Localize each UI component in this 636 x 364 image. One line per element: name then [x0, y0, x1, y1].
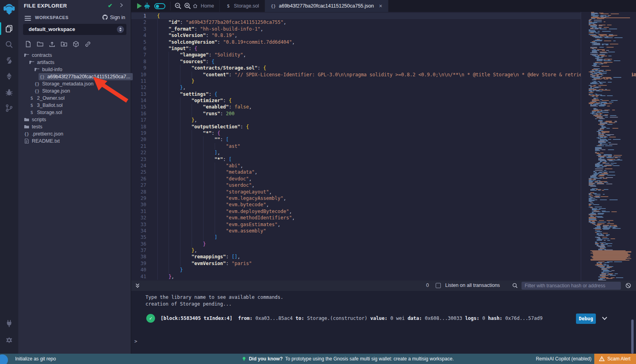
rail-plugin-manager-icon[interactable] — [0, 316, 18, 331]
tab-label: Storage.sol — [234, 3, 259, 9]
code-line-20: "": [ — [157, 136, 636, 143]
scam-alert-badge[interactable]: Scam Alert — [594, 354, 636, 364]
tree-item-tests[interactable]: tests — [18, 123, 131, 130]
json-file-icon: {} — [34, 81, 40, 87]
tree-item-build-info[interactable]: build-info — [18, 66, 131, 73]
folder-icon — [24, 124, 29, 130]
json-file-icon: {} — [24, 131, 29, 137]
github-icon — [102, 14, 108, 20]
status-bar: Initialize as git repo Did you know? To … — [0, 354, 636, 364]
ai-copilot-robot-icon[interactable] — [143, 2, 151, 10]
code-line-18: "outputSelection": { — [157, 124, 636, 130]
code-editor[interactable]: 1234567891011121314151617181920212223242… — [131, 12, 636, 281]
workspaces-label: WORKSPACES — [35, 15, 68, 20]
terminal-scrollbar-thumb[interactable] — [631, 319, 634, 354]
line-number-gutter: 1234567891011121314151617181920212223242… — [131, 13, 149, 280]
expand-transaction-chevron-icon[interactable] — [601, 315, 608, 322]
tree-item-artifacts[interactable]: artifacts — [18, 59, 131, 66]
transaction-filter-input[interactable] — [522, 282, 621, 290]
tree-item-contracts[interactable]: contracts — [18, 52, 131, 59]
tree-item--prettierrc-json[interactable]: {}.prettierrc.json — [18, 130, 131, 137]
code-line-11: } — [157, 78, 636, 84]
code-line-33: "evm.gasEstimates", — [157, 221, 636, 228]
rail-solidity-compiler-icon[interactable] — [0, 52, 18, 68]
tree-item-3-ballot-sol[interactable]: S3_Ballot.sol — [18, 102, 131, 109]
tree-item-storage-sol[interactable]: SStorage.sol — [18, 109, 131, 116]
code-line-9: "contracts/Storage.sol": { — [157, 65, 636, 71]
tree-item-label: contracts — [32, 52, 52, 59]
upload-file-icon[interactable] — [48, 41, 56, 48]
rail-git-icon[interactable] — [0, 100, 18, 116]
file-explorer-panel: FILE EXPLORER ✔ WORKSPACES Sign in defau… — [18, 0, 131, 354]
tab-label: Home — [201, 3, 214, 9]
rail-debugger-icon[interactable] — [0, 84, 18, 100]
tree-item-storage-metadata-json[interactable]: {}Storage_metadata.json — [18, 80, 131, 87]
code-line-21: "ast" — [157, 143, 636, 149]
code-line-24: "abi", — [157, 163, 636, 169]
zoom-out-icon[interactable] — [174, 2, 182, 10]
code-line-5: "solcLongVersion": "0.8.19+commit.7dd6d4… — [157, 39, 636, 45]
terminal-prompt[interactable]: > — [134, 339, 137, 344]
file-tree: contractsartifactsbuild-info{}a69b43f277… — [18, 52, 131, 145]
rail-deploy-run-icon[interactable] — [0, 68, 18, 84]
tree-item-label: Storage.json — [42, 87, 70, 95]
close-tab-icon[interactable]: × — [379, 3, 382, 9]
sign-in-button[interactable]: Sign in — [102, 14, 125, 20]
listen-all-transactions-label: Listen on all transactions — [445, 283, 500, 288]
link-icon[interactable] — [84, 41, 91, 48]
git-init-status[interactable]: Initialize as git repo — [15, 356, 56, 362]
tab-home[interactable]: Home — [187, 0, 220, 12]
remix-ide-window: FILE EXPLORER ✔ WORKSPACES Sign in defau… — [0, 0, 636, 364]
editor-tabstrip: HomeSStorage.sol{}a69b43f277ba20fcac1411… — [131, 0, 636, 12]
run-script-button[interactable] — [135, 2, 143, 10]
chevron-right-icon[interactable] — [118, 2, 124, 10]
rail-search-icon[interactable] — [0, 37, 18, 52]
code-line-30: "evm.bytecode", — [157, 201, 636, 208]
rail-settings-icon[interactable] — [0, 332, 18, 348]
remix-logo-icon[interactable] — [2, 2, 16, 16]
json-file-icon: {} — [39, 74, 45, 79]
json-file-icon: {} — [271, 3, 276, 9]
tree-item-scripts[interactable]: scripts — [18, 116, 131, 123]
tree-item-a69b43f277ba20fcac141151250ca7-[interactable]: {}a69b43f277ba20fcac141151250ca7... — [18, 73, 131, 80]
code-line-15: "enabled": false, — [157, 104, 636, 110]
code-line-31: "evm.deployedBytecode", — [157, 208, 636, 215]
rail-file-explorer-icon[interactable] — [0, 21, 18, 37]
upload-folder-icon[interactable] — [60, 41, 68, 48]
clear-console-icon[interactable] — [625, 283, 631, 288]
code-line-12: }, — [157, 84, 636, 91]
terminal-header: 0 Listen on all transactions — [131, 281, 636, 291]
code-line-6: "input": { — [157, 45, 636, 52]
new-folder-icon[interactable] — [37, 41, 44, 48]
success-check-icon: ✓ — [146, 314, 155, 323]
debug-button[interactable]: Debug — [576, 314, 596, 324]
editor-region: HomeSStorage.sol{}a69b43f277ba20fcac1411… — [131, 0, 636, 354]
folder-open-icon — [29, 60, 35, 65]
tree-item-readme-txt[interactable]: README.txt — [18, 137, 131, 145]
cube-icon[interactable] — [72, 41, 80, 48]
copilot-status[interactable]: RemixAI Copilot (enabled) — [536, 356, 591, 362]
terminal-body[interactable]: Type the library name to see available c… — [131, 291, 636, 354]
tab-storage-sol[interactable]: SStorage.sol — [220, 0, 265, 12]
panel-title: FILE EXPLORER — [24, 3, 67, 9]
workspace-select[interactable]: default_workspace — [23, 24, 126, 35]
collapse-terminal-icon[interactable] — [134, 283, 141, 289]
tree-item-storage-json[interactable]: {}Storage.json — [18, 87, 131, 95]
transaction-count: 0 — [426, 283, 429, 288]
tree-item-2-owner-sol[interactable]: S2_Owner.sol — [18, 95, 131, 102]
solidity-file-icon: S — [29, 110, 35, 115]
file-explorer-toolbar — [25, 41, 91, 48]
tip-title: Did you know? — [249, 356, 283, 362]
check-icon[interactable]: ✔ — [108, 2, 112, 9]
hamburger-menu-icon[interactable] — [25, 15, 31, 20]
copilot-toggle[interactable] — [154, 3, 165, 9]
transaction-log-row[interactable]: ✓ [block:5583405 txIndex:4] from: 0xa03.… — [131, 313, 636, 325]
new-file-icon[interactable] — [25, 41, 32, 48]
folder-icon — [24, 117, 29, 122]
doc-icon — [24, 138, 29, 144]
tab-a69b43f277ba20fcac141151250ca755-json[interactable]: {}a69b43f277ba20fcac141151250ca755.json× — [265, 0, 388, 12]
code-line-28: "storageLayout", — [157, 189, 636, 195]
warning-icon — [599, 356, 605, 362]
editor-minimap[interactable] — [587, 12, 631, 281]
listen-all-transactions-checkbox[interactable] — [436, 283, 441, 288]
